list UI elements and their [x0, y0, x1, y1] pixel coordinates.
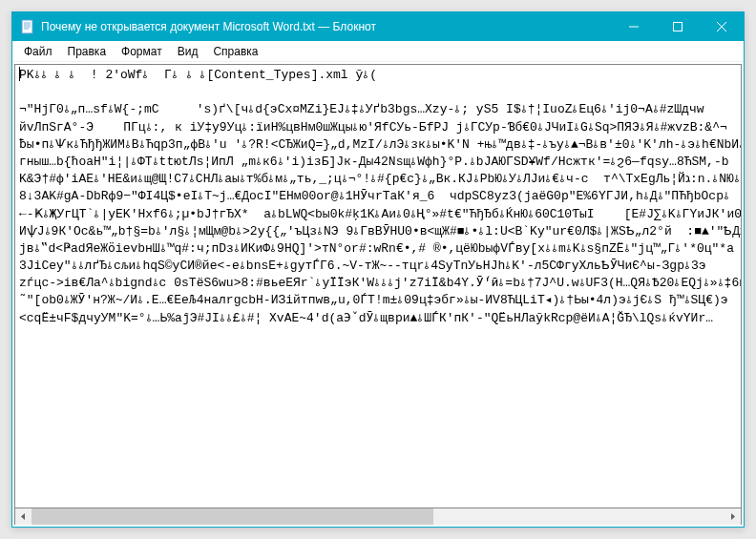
window-title: Почему не открывается документ Microsoft…	[41, 20, 612, 33]
text-line: PK⫰⫰ ⫰ ⫰ ! 2'oWf⫰ Г⫰ ⫰ ⫰[Content_Types].…	[19, 67, 737, 84]
svg-marker-9	[21, 513, 25, 520]
menu-format[interactable]: Формат	[114, 43, 170, 60]
svg-rect-6	[674, 23, 682, 31]
menu-file[interactable]: Файл	[16, 43, 60, 60]
notepad-icon	[20, 19, 35, 34]
svg-marker-10	[731, 513, 735, 520]
titlebar[interactable]: Почему не открывается документ Microsoft…	[12, 12, 744, 41]
text-line: ¬"HjГ0⫰„п…sf⫰W{-;mC 's)ґ\[ч⫰d{эСх¤MZi}EJ…	[19, 101, 737, 118]
horizontal-scrollbar	[14, 508, 742, 525]
text-line: <cqЁ±чF$дчуУM"K=°⫰…Ь%aĵЭ#JІ⫰⫰£⫰#¦ XvAE~4…	[19, 310, 737, 327]
text-line: гныш…b{ћоаН"i¦|⫰ФT⫰ttюtЛs¦ИпЛ „m⫰к6⫰'i)i…	[19, 154, 737, 171]
scroll-left-button[interactable]	[15, 508, 32, 525]
minimize-button[interactable]	[612, 12, 656, 41]
text-line	[19, 84, 737, 101]
menu-edit[interactable]: Правка	[60, 43, 115, 60]
text-line: ←-Ҝ⫰ҖУгЦТ`⫰|уEK'Hxf6⫰;µ•bJ†гЂX* a⫰bLWQ<b…	[19, 206, 737, 223]
text-line: 8↓3AK#gA-DbRф9−"ФI4Ц$•eI⫰T~j…€ДосI"ЕHм00…	[19, 188, 737, 205]
notepad-window: Почему не открывается документ Microsoft…	[11, 11, 745, 528]
window-controls	[612, 12, 744, 41]
scroll-thumb[interactable]	[32, 508, 433, 525]
close-button[interactable]	[700, 12, 744, 41]
text-line: ИѱЈ⫰9К'Ос&ь™„b†§=b⫰'л§⫰¦мЩм@b⫰>2у{{„'ъЦз…	[19, 223, 737, 240]
text-line: jв⫰‟d<ҎаdЯеЖӧievbнШ⫰™q#:ч;пDз⫰ИКиФ⫰9HQ]'…	[19, 240, 737, 258]
maximize-button[interactable]	[656, 12, 700, 41]
menu-view[interactable]: Вид	[170, 43, 206, 60]
menu-help[interactable]: Справка	[205, 43, 265, 60]
text-caret	[19, 67, 20, 81]
text-line: K&Э†#ф'iAE⫰'HЕ&и⫰щ@Щ!С7⫰СНЛ⫰аы⫰т%б⫰м⫰„ть…	[19, 171, 737, 188]
text-line: 3JiCey"⫰⫰лґЂ⫰сљи⫰hqS©уCИ®йе<-е⫰bnsE+⫰gут…	[19, 258, 737, 275]
content-wrap: PK⫰⫰ ⫰ ⫰ ! 2'oWf⫰ Г⫰ ⫰ ⫰[Content_Types].…	[12, 62, 744, 527]
text-line: йvЛпSгA°-Э ПГц⫰:, к iУ‡y9Уц⫰:ïиН%цвНм0шЖ…	[19, 119, 737, 136]
menubar: Файл Правка Формат Вид Справка	[12, 41, 744, 62]
scroll-right-button[interactable]	[724, 508, 741, 525]
text-area[interactable]: PK⫰⫰ ⫰ ⫰ ! 2'oWf⫰ Г⫰ ⫰ ⫰[Content_Types].…	[14, 64, 742, 508]
text-line: ƀы•п⫰Ѱк⫰ЋђђЖИМ⫰B⫰Ћqр3п„фB⫰'u '⫰?R!<CЂЖиQ…	[19, 136, 737, 154]
text-line: zѓцс->iв€Лa^⫰bignd⫰c 0sTёS6wu>8:#вьeEЯr…	[19, 275, 737, 292]
scroll-track[interactable]	[32, 508, 724, 525]
text-line: ˜"[ob0⫰ЖӮ'н?Ж~/И⫰.Е…€ЕеЉ4налrgcbН-ИЗійтп…	[19, 292, 737, 309]
